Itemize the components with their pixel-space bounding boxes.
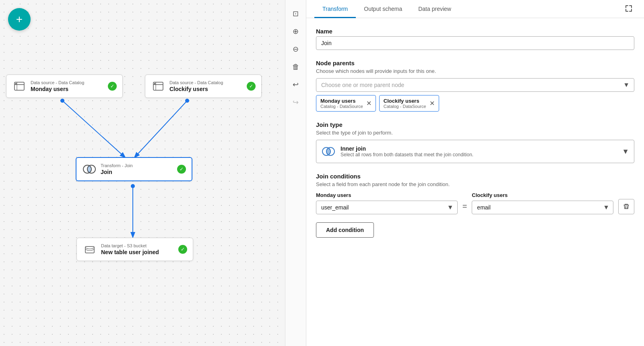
parent-tags: Monday users Catalog - DataSource ✕ Cloc…: [316, 95, 634, 112]
target-node-icon: [83, 242, 97, 257]
undo-icon: ↩: [293, 80, 299, 89]
svg-rect-9: [15, 83, 17, 84]
delete-condition-button[interactable]: [618, 199, 634, 214]
parent-node-dropdown-wrapper: Choose one or more parent node ▼: [316, 78, 634, 92]
left-field-select[interactable]: user_email: [316, 201, 458, 214]
clockify-tag-info: Clockify users Catalog - DataSource: [384, 98, 426, 109]
right-panel: Transform Output schema Data preview Nam…: [306, 0, 644, 346]
canvas-toolbar: ⊡ ⊕ ⊖ 🗑 ↩ ↪: [285, 0, 306, 346]
monday-source-text: Data source - Data Catalog Monday users: [31, 80, 104, 92]
monday-source-title: Monday users: [31, 86, 104, 92]
join-node-status: ✓: [177, 165, 186, 174]
tab-transform[interactable]: Transform: [314, 0, 356, 18]
zoom-in-button[interactable]: ⊕: [289, 24, 303, 39]
join-type-desc: Select the type of join to perform.: [316, 130, 634, 136]
redo-icon: ↪: [293, 98, 299, 107]
join-node-text: Transform - Join Join: [101, 163, 173, 175]
zoom-in-icon: ⊕: [293, 27, 299, 36]
clockify-source-status: ✓: [247, 82, 256, 91]
tab-data-preview[interactable]: Data preview: [410, 0, 459, 18]
join-type-selected-desc: Select all rows from both datasets that …: [341, 152, 617, 157]
monday-source-node[interactable]: Data source - Data Catalog Monday users …: [6, 75, 123, 98]
clockify-parent-tag: Clockify users Catalog - DataSource ✕: [379, 95, 439, 112]
panel-content: Name Node parents Choose which nodes wil…: [306, 18, 644, 346]
monday-tag-sub: Catalog - DataSource: [320, 104, 363, 109]
canvas: + Data source - Data: [0, 0, 306, 346]
target-node-title: New table user joined: [101, 249, 174, 255]
right-condition-col: Clockify users email ▼: [472, 192, 613, 214]
parent-node-dropdown[interactable]: Choose one or more parent node: [316, 78, 634, 92]
trash-icon: [623, 203, 630, 210]
monday-source-icon: [12, 79, 27, 93]
undo-button[interactable]: ↩: [289, 77, 303, 92]
svg-point-3: [60, 99, 64, 103]
name-input[interactable]: [316, 36, 634, 50]
add-condition-button[interactable]: Add condition: [316, 222, 374, 238]
clockify-source-title: Clockify users: [169, 86, 243, 92]
clockify-source-label: Data source - Data Catalog: [169, 80, 243, 85]
left-select-wrapper: user_email ▼: [316, 201, 458, 214]
join-conditions-desc: Select a field from each parent node for…: [316, 181, 634, 187]
svg-line-1: [135, 101, 187, 157]
target-node[interactable]: Data target - S3 bucket New table user j…: [76, 238, 193, 261]
delete-canvas-icon: 🗑: [292, 63, 299, 71]
right-col-label: Clockify users: [472, 192, 613, 198]
svg-point-5: [131, 184, 135, 188]
join-type-chevron: ▼: [622, 147, 629, 156]
redo-button[interactable]: ↪: [289, 95, 303, 110]
node-parents-desc: Choose which nodes will provide inputs f…: [316, 68, 634, 74]
join-check-icon: ✓: [177, 165, 186, 174]
monday-parent-tag: Monday users Catalog - DataSource ✕: [316, 95, 376, 112]
tab-output-schema[interactable]: Output schema: [356, 0, 410, 18]
right-field-select[interactable]: email: [472, 201, 613, 214]
clockify-tag-close[interactable]: ✕: [429, 100, 435, 107]
monday-tag-close[interactable]: ✕: [366, 100, 372, 107]
zoom-out-icon: ⊖: [293, 45, 299, 54]
right-select-wrapper: email ▼: [472, 201, 613, 214]
name-section-title: Name: [316, 28, 634, 35]
join-type-name: Inner join: [341, 145, 617, 152]
join-conditions-title: Join conditions: [316, 173, 634, 180]
name-section: Name: [316, 28, 634, 50]
clockify-source-text: Data source - Data Catalog Clockify user…: [169, 80, 243, 92]
target-node-label: Data target - S3 bucket: [101, 243, 174, 248]
join-conditions-section: Join conditions Select a field from each…: [316, 173, 634, 238]
equals-sign: =: [462, 202, 467, 214]
clockify-source-icon: [151, 79, 165, 93]
join-conditions-row: Monday users user_email ▼ = Clockify use…: [316, 192, 634, 214]
svg-point-4: [185, 99, 189, 103]
fit-icon: ⊡: [293, 9, 299, 18]
join-type-title: Join type: [316, 121, 634, 128]
join-transform-node[interactable]: Transform - Join Join ✓: [76, 157, 192, 181]
node-parents-section: Node parents Choose which nodes will pro…: [316, 60, 634, 112]
left-condition-col: Monday users user_email ▼: [316, 192, 458, 214]
inner-join-venn-icon: [321, 144, 336, 159]
panel-tabs: Transform Output schema Data preview: [306, 0, 644, 18]
join-type-text: Inner join Select all rows from both dat…: [341, 145, 617, 157]
zoom-out-button[interactable]: ⊖: [289, 42, 303, 56]
monday-source-status: ✓: [108, 82, 117, 91]
join-node-icon: [82, 162, 97, 176]
monday-tag-name: Monday users: [320, 98, 363, 104]
target-check-icon: ✓: [178, 245, 187, 254]
clockify-tag-sub: Catalog - DataSource: [384, 104, 426, 109]
join-node-title: Join: [101, 169, 173, 175]
expand-panel-button[interactable]: [621, 1, 636, 18]
svg-line-0: [62, 101, 125, 157]
monday-tag-info: Monday users Catalog - DataSource: [320, 98, 363, 109]
svg-rect-13: [154, 83, 155, 84]
plus-icon: +: [16, 13, 23, 26]
target-node-text: Data target - S3 bucket New table user j…: [101, 243, 174, 255]
clockify-check-icon: ✓: [247, 82, 256, 91]
join-node-label: Transform - Join: [101, 163, 173, 168]
monday-source-label: Data source - Data Catalog: [31, 80, 104, 85]
delete-canvas-button[interactable]: 🗑: [289, 60, 303, 74]
add-node-button[interactable]: +: [8, 8, 31, 31]
join-type-section: Join type Select the type of join to per…: [316, 121, 634, 163]
fit-view-button[interactable]: ⊡: [289, 6, 303, 21]
left-col-label: Monday users: [316, 192, 458, 198]
clockify-source-node[interactable]: Data source - Data Catalog Clockify user…: [145, 75, 262, 98]
join-type-dropdown[interactable]: Inner join Select all rows from both dat…: [316, 140, 634, 163]
node-parents-title: Node parents: [316, 60, 634, 66]
clockify-tag-name: Clockify users: [384, 98, 426, 104]
